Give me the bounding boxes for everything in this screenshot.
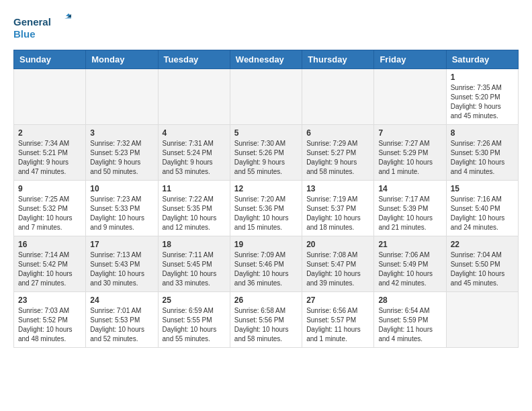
calendar-cell (302, 69, 374, 125)
calendar-cell: 19Sunrise: 7:09 AM Sunset: 5:46 PM Dayli… (230, 236, 302, 292)
logo-svg: General Blue (13, 13, 74, 43)
day-info: Sunrise: 7:27 AM Sunset: 5:29 PM Dayligh… (378, 139, 441, 177)
day-info: Sunrise: 7:16 AM Sunset: 5:40 PM Dayligh… (451, 195, 514, 232)
day-number: 3 (90, 128, 153, 138)
day-number: 27 (306, 295, 369, 305)
calendar-cell: 25Sunrise: 6:59 AM Sunset: 5:55 PM Dayli… (158, 292, 230, 348)
calendar-cell: 14Sunrise: 7:17 AM Sunset: 5:39 PM Dayli… (374, 181, 446, 236)
calendar-cell: 15Sunrise: 7:16 AM Sunset: 5:40 PM Dayli… (446, 181, 518, 236)
calendar-cell (86, 69, 158, 125)
day-number: 18 (163, 240, 226, 249)
calendar-cell (374, 69, 446, 125)
day-number: 13 (306, 184, 369, 193)
calendar-cell: 8Sunrise: 7:26 AM Sunset: 5:30 PM Daylig… (446, 125, 518, 181)
calendar-cell (158, 69, 230, 125)
calendar-cell: 2Sunrise: 7:34 AM Sunset: 5:21 PM Daylig… (14, 125, 86, 181)
day-info: Sunrise: 7:01 AM Sunset: 5:53 PM Dayligh… (90, 306, 153, 344)
svg-text:Blue: Blue (13, 28, 36, 40)
day-info: Sunrise: 7:14 AM Sunset: 5:42 PM Dayligh… (18, 250, 81, 288)
calendar-cell: 18Sunrise: 7:11 AM Sunset: 5:45 PM Dayli… (158, 236, 230, 292)
day-info: Sunrise: 7:25 AM Sunset: 5:32 PM Dayligh… (18, 195, 81, 232)
day-info: Sunrise: 7:19 AM Sunset: 5:37 PM Dayligh… (306, 195, 369, 232)
logo: General Blue (13, 13, 74, 43)
day-info: Sunrise: 6:59 AM Sunset: 5:55 PM Dayligh… (163, 306, 226, 344)
day-number: 5 (234, 128, 298, 138)
day-info: Sunrise: 7:06 AM Sunset: 5:49 PM Dayligh… (378, 250, 441, 288)
day-number: 20 (306, 240, 369, 249)
calendar-cell: 20Sunrise: 7:08 AM Sunset: 5:47 PM Dayli… (302, 236, 374, 292)
day-of-week-header: Friday (374, 50, 446, 69)
day-info: Sunrise: 7:32 AM Sunset: 5:23 PM Dayligh… (90, 139, 153, 177)
calendar-cell: 6Sunrise: 7:29 AM Sunset: 5:27 PM Daylig… (302, 125, 374, 181)
day-info: Sunrise: 7:13 AM Sunset: 5:43 PM Dayligh… (90, 250, 153, 288)
calendar-cell (14, 69, 86, 125)
day-of-week-header: Saturday (446, 50, 518, 69)
day-number: 1 (451, 73, 514, 82)
calendar-cell: 27Sunrise: 6:56 AM Sunset: 5:57 PM Dayli… (302, 292, 374, 348)
day-number: 14 (378, 184, 441, 193)
day-number: 10 (90, 184, 153, 193)
day-number: 2 (18, 128, 81, 138)
day-of-week-header: Sunday (14, 50, 86, 69)
day-number: 19 (234, 240, 298, 249)
day-info: Sunrise: 6:56 AM Sunset: 5:57 PM Dayligh… (306, 306, 369, 344)
calendar-cell: 28Sunrise: 6:54 AM Sunset: 5:59 PM Dayli… (374, 292, 446, 348)
svg-marker-4 (64, 17, 71, 19)
calendar-cell: 26Sunrise: 6:58 AM Sunset: 5:56 PM Dayli… (230, 292, 302, 348)
day-info: Sunrise: 7:09 AM Sunset: 5:46 PM Dayligh… (234, 250, 298, 288)
calendar-week-row: 23Sunrise: 7:03 AM Sunset: 5:52 PM Dayli… (14, 292, 519, 348)
calendar-cell: 1Sunrise: 7:35 AM Sunset: 5:20 PM Daylig… (446, 69, 518, 125)
day-info: Sunrise: 6:58 AM Sunset: 5:56 PM Dayligh… (234, 306, 298, 344)
day-number: 24 (90, 295, 153, 305)
day-of-week-header: Wednesday (230, 50, 302, 69)
calendar-cell: 16Sunrise: 7:14 AM Sunset: 5:42 PM Dayli… (14, 236, 86, 292)
calendar-cell (446, 292, 518, 348)
day-info: Sunrise: 7:08 AM Sunset: 5:47 PM Dayligh… (306, 250, 369, 288)
calendar-cell: 21Sunrise: 7:06 AM Sunset: 5:49 PM Dayli… (374, 236, 446, 292)
calendar-cell: 13Sunrise: 7:19 AM Sunset: 5:37 PM Dayli… (302, 181, 374, 236)
calendar-cell: 7Sunrise: 7:27 AM Sunset: 5:29 PM Daylig… (374, 125, 446, 181)
day-number: 22 (451, 240, 514, 249)
calendar-cell: 17Sunrise: 7:13 AM Sunset: 5:43 PM Dayli… (86, 236, 158, 292)
day-info: Sunrise: 7:17 AM Sunset: 5:39 PM Dayligh… (378, 195, 441, 232)
page-header: General Blue (13, 13, 519, 43)
day-info: Sunrise: 7:26 AM Sunset: 5:30 PM Dayligh… (451, 139, 514, 177)
day-number: 12 (234, 184, 298, 193)
day-number: 16 (18, 240, 81, 249)
day-number: 7 (378, 128, 441, 138)
calendar-week-row: 1Sunrise: 7:35 AM Sunset: 5:20 PM Daylig… (14, 69, 519, 125)
day-number: 4 (163, 128, 226, 138)
day-of-week-header: Tuesday (158, 50, 230, 69)
calendar-cell: 10Sunrise: 7:23 AM Sunset: 5:33 PM Dayli… (86, 181, 158, 236)
day-number: 8 (451, 128, 514, 138)
calendar-week-row: 16Sunrise: 7:14 AM Sunset: 5:42 PM Dayli… (14, 236, 519, 292)
svg-text:General: General (13, 16, 51, 28)
day-number: 28 (378, 295, 441, 305)
calendar-header-row: SundayMondayTuesdayWednesdayThursdayFrid… (14, 50, 519, 69)
calendar-cell: 3Sunrise: 7:32 AM Sunset: 5:23 PM Daylig… (86, 125, 158, 181)
day-info: Sunrise: 7:22 AM Sunset: 5:35 PM Dayligh… (163, 195, 226, 232)
day-number: 23 (18, 295, 81, 305)
day-info: Sunrise: 7:31 AM Sunset: 5:24 PM Dayligh… (163, 139, 226, 177)
day-info: Sunrise: 7:23 AM Sunset: 5:33 PM Dayligh… (90, 195, 153, 232)
day-info: Sunrise: 6:54 AM Sunset: 5:59 PM Dayligh… (378, 306, 441, 344)
day-info: Sunrise: 7:29 AM Sunset: 5:27 PM Dayligh… (306, 139, 369, 177)
day-number: 6 (306, 128, 369, 138)
day-number: 11 (163, 184, 226, 193)
day-of-week-header: Thursday (302, 50, 374, 69)
calendar-cell: 24Sunrise: 7:01 AM Sunset: 5:53 PM Dayli… (86, 292, 158, 348)
calendar-cell: 4Sunrise: 7:31 AM Sunset: 5:24 PM Daylig… (158, 125, 230, 181)
calendar-cell: 23Sunrise: 7:03 AM Sunset: 5:52 PM Dayli… (14, 292, 86, 348)
day-info: Sunrise: 7:35 AM Sunset: 5:20 PM Dayligh… (451, 83, 514, 121)
day-info: Sunrise: 7:30 AM Sunset: 5:26 PM Dayligh… (234, 139, 298, 177)
day-of-week-header: Monday (86, 50, 158, 69)
calendar-week-row: 2Sunrise: 7:34 AM Sunset: 5:21 PM Daylig… (14, 125, 519, 181)
calendar-cell: 9Sunrise: 7:25 AM Sunset: 5:32 PM Daylig… (14, 181, 86, 236)
day-number: 25 (163, 295, 226, 305)
day-number: 15 (451, 184, 514, 193)
day-info: Sunrise: 7:11 AM Sunset: 5:45 PM Dayligh… (163, 250, 226, 288)
day-info: Sunrise: 7:20 AM Sunset: 5:36 PM Dayligh… (234, 195, 298, 232)
calendar-cell: 11Sunrise: 7:22 AM Sunset: 5:35 PM Dayli… (158, 181, 230, 236)
calendar-week-row: 9Sunrise: 7:25 AM Sunset: 5:32 PM Daylig… (14, 181, 519, 236)
day-info: Sunrise: 7:03 AM Sunset: 5:52 PM Dayligh… (18, 306, 81, 344)
